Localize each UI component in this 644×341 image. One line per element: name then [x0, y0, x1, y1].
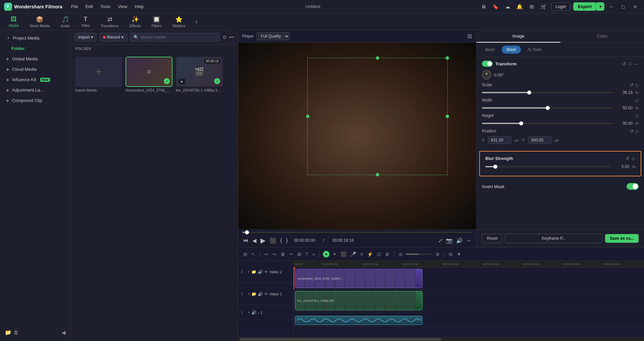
tl-screen-icon[interactable]: 🖥	[384, 250, 391, 258]
tl-mic-icon[interactable]: 🎤	[349, 250, 357, 258]
scale-thumb[interactable]	[527, 91, 531, 95]
login-button[interactable]: Login	[551, 2, 571, 11]
blur-thumb[interactable]	[493, 165, 497, 169]
transform-toggle[interactable]	[482, 61, 493, 67]
menu-edit[interactable]: Edit	[82, 3, 96, 10]
track2-audio-icon[interactable]: 🔊	[258, 270, 263, 274]
quality-select[interactable]: Full Quality	[256, 32, 290, 40]
tl-text-icon[interactable]: T	[304, 250, 309, 258]
grid-icon[interactable]: ⊞	[527, 2, 536, 11]
tl-filter-tl-icon[interactable]: ≡	[359, 250, 364, 258]
search-box[interactable]: 🔍	[130, 33, 220, 42]
screen-icon[interactable]: 🖥	[479, 2, 488, 11]
play-button[interactable]: ▶	[260, 236, 266, 245]
subtab-ai-tools[interactable]: AI Tools	[523, 46, 546, 54]
list-item[interactable]: 🖼 ✓ Screenshot_2024_0706_1646...	[126, 57, 172, 337]
sidebar-collapse-icon[interactable]: ◀	[61, 329, 65, 336]
tab-titles[interactable]: T Titles	[76, 14, 95, 29]
scroll-thumb[interactable]	[240, 338, 441, 341]
skip-back-button[interactable]: ⏮	[242, 237, 249, 244]
import-button[interactable]: Import ▾	[75, 33, 97, 42]
sidebar-item-project-media[interactable]: ▼ Project Media	[2, 33, 68, 43]
tl-delete-icon[interactable]: 🗑	[280, 250, 286, 258]
more-icon[interactable]: •••	[229, 35, 234, 40]
tab-stickers[interactable]: ⭐ Stickers	[167, 14, 190, 29]
keyframe-button[interactable]: Keyframe P...	[505, 234, 602, 243]
tl-redo-icon[interactable]: ↪	[271, 250, 278, 258]
cloud-upload-icon[interactable]: ☁	[503, 2, 512, 11]
track1-folder-icon[interactable]: 📁	[251, 292, 256, 296]
export-button[interactable]: Export	[573, 2, 596, 11]
fit-screen-button[interactable]: ⤢	[438, 237, 443, 244]
tl-more-icon[interactable]: »	[311, 250, 316, 258]
tab-effects[interactable]: ✨ Effects	[125, 14, 145, 29]
width-keyframe-icon[interactable]: ◇	[635, 98, 639, 103]
x-input[interactable]	[488, 136, 511, 144]
tl-grid-icon[interactable]: ⊞	[448, 250, 454, 258]
scale-reset-icon[interactable]: ↺	[630, 82, 634, 88]
menu-view[interactable]: View	[114, 3, 131, 10]
bookmark-icon[interactable]: 🔖	[491, 2, 500, 11]
sidebar-item-compound-clip[interactable]: ▶ Compound Clip	[2, 96, 68, 105]
tl-playback-button[interactable]: ●	[323, 251, 330, 258]
sidebar-item-folder[interactable]: Folder	[2, 44, 68, 53]
y-input[interactable]	[528, 136, 552, 144]
rotation-dial[interactable]	[482, 70, 491, 79]
tl-settings-icon[interactable]: ▼	[456, 250, 462, 258]
stop-button[interactable]: ⬛	[269, 237, 277, 244]
more-tabs-button[interactable]: ›	[193, 17, 200, 26]
list-item[interactable]: + Import Media	[75, 57, 122, 337]
frame-end-button[interactable]: }	[285, 237, 288, 244]
tl-clip-icon[interactable]: ⬛	[340, 250, 347, 258]
subtab-basic[interactable]: Basic	[481, 46, 500, 54]
sidebar-item-adjustment[interactable]: ▶ Adjustment La...	[2, 85, 68, 95]
close-button[interactable]: ✕	[631, 3, 640, 11]
transform-reset-icon[interactable]: ↺	[622, 61, 626, 66]
list-item[interactable]: 🎬 00:00:16 ▶ ✓ km_20240706-1-1080p-30f_2…	[176, 57, 223, 337]
tab-filters[interactable]: 🔲 Filters	[147, 14, 166, 29]
tl-zoom-out-icon[interactable]: ⊖	[398, 250, 404, 258]
video-thumb[interactable]: 🎬 00:00:16 ▶ ✓	[176, 57, 223, 87]
progress-bar[interactable]	[242, 232, 472, 233]
subtab-mask[interactable]: Mask	[502, 46, 521, 54]
minimize-button[interactable]: ─	[607, 3, 616, 11]
scale-slider[interactable]	[482, 92, 613, 93]
save-as-button[interactable]: Save as cu...	[605, 234, 639, 243]
playhead[interactable]	[294, 268, 294, 289]
screenshot-thumb[interactable]: 🖼 ✓	[126, 57, 172, 87]
search-input[interactable]	[141, 35, 216, 40]
track2-eye-icon[interactable]: 👁	[264, 270, 268, 274]
tab-audio[interactable]: 🎵 Audio	[56, 14, 75, 29]
track1-audio-icon[interactable]: 🔊	[258, 292, 263, 296]
progress-thumb[interactable]	[245, 230, 249, 234]
height-slider[interactable]	[482, 123, 613, 124]
tab-media[interactable]: 🖼 Media	[4, 14, 23, 29]
frame-forward-button[interactable]: {	[280, 237, 283, 244]
notification-icon[interactable]: 🔔	[515, 2, 524, 11]
invert-toggle[interactable]	[627, 183, 639, 190]
blur-keyframe-icon[interactable]: ◇	[632, 156, 635, 161]
preview-canvas[interactable]	[238, 43, 476, 229]
tab-stock-media[interactable]: 📦 Stock Media	[25, 14, 55, 29]
track2-folder-icon[interactable]: 📁	[251, 270, 256, 274]
delete-folder-icon[interactable]: 🗑	[13, 330, 19, 336]
blur-slider[interactable]	[485, 166, 610, 167]
blur-reset-icon[interactable]: ↺	[626, 156, 630, 161]
shop-icon[interactable]: 🛒	[539, 2, 548, 11]
tl-pip-icon[interactable]: ⊡	[376, 250, 382, 258]
import-media-thumb[interactable]: +	[75, 57, 122, 87]
record-button[interactable]: Record ▾	[99, 33, 127, 42]
menu-help[interactable]: Help	[131, 3, 147, 10]
preview-expand-icon[interactable]: ⊠	[467, 33, 472, 40]
tl-split-clip-icon[interactable]: ⚡	[366, 250, 374, 258]
width-slider[interactable]	[482, 107, 613, 109]
tl-cut-icon[interactable]: ✂	[288, 250, 294, 258]
tab-color[interactable]: Color	[560, 30, 644, 43]
menu-file[interactable]: File	[68, 3, 82, 10]
audio-button[interactable]: 🔊	[455, 237, 463, 244]
tl-undo-icon[interactable]: ↩	[263, 250, 269, 258]
maximize-button[interactable]: ◻	[618, 3, 628, 11]
tl-split-icon[interactable]: ⊞	[242, 250, 248, 258]
video2-clip[interactable]: Screenshot_2024_0706_164607 ...	[295, 269, 423, 288]
transform-keyframe-icon[interactable]: ◇	[628, 61, 632, 66]
